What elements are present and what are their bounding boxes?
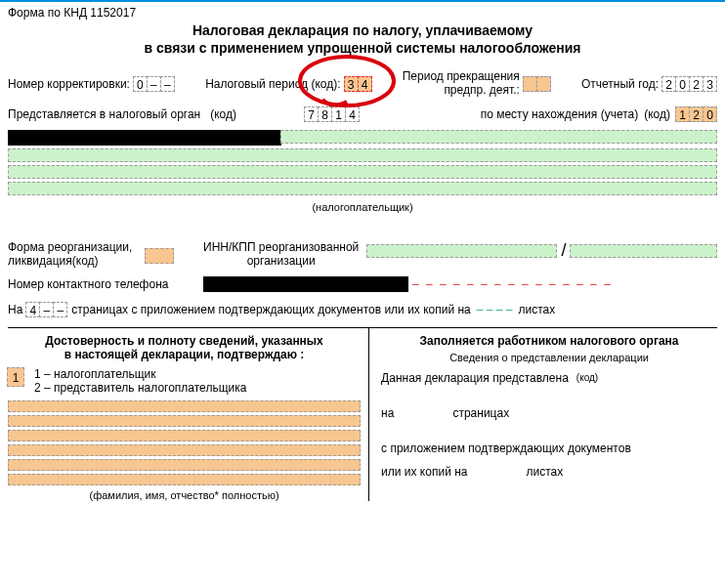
correction-cell-2[interactable]: – xyxy=(160,76,175,92)
place-label: по месту нахождения (учета) xyxy=(481,107,639,121)
submit-code-label: (код) xyxy=(210,107,236,121)
fio-line-3[interactable] xyxy=(8,430,361,441)
name-line-4[interactable] xyxy=(8,182,717,195)
row-pages: На 4 – – страницах с приложением подтвер… xyxy=(8,302,717,317)
submit-label: Представляется в налоговый орган xyxy=(8,107,200,121)
name-line-ext-1[interactable] xyxy=(280,130,717,144)
pages-mid: страницах с приложением подтверждающих д… xyxy=(71,303,470,316)
confirm-heading-1: Достоверность и полноту сведений, указан… xyxy=(8,334,361,348)
reorg-label-2: ликвидация(код) xyxy=(8,254,145,268)
bottom-section: Достоверность и полноту сведений, указан… xyxy=(8,327,717,501)
year-cells[interactable]: 2 0 2 3 xyxy=(662,76,717,92)
taxpayer-caption: (налогоплательщик) xyxy=(8,201,717,213)
fio-line-5[interactable] xyxy=(8,459,361,471)
pages-cell-1[interactable]: – xyxy=(39,302,54,317)
reorg-inn-field[interactable] xyxy=(366,244,557,258)
pages-dashes: – – – – xyxy=(477,303,513,316)
reorg-label-1: Форма реорганизации, xyxy=(8,240,145,254)
fio-line-6[interactable] xyxy=(8,474,361,485)
year-cell-3[interactable]: 3 xyxy=(703,76,717,92)
phone-label: Номер контактного телефона xyxy=(8,277,203,291)
fio-note: (фамилия, имя, отчество* полностью) xyxy=(8,489,361,501)
pages-cell-0[interactable]: 4 xyxy=(25,302,40,317)
reorg-inn-label-2: организации xyxy=(203,254,359,268)
termination-cell-1[interactable] xyxy=(536,76,551,92)
correction-cell-1[interactable]: – xyxy=(147,76,161,92)
column-inspector: Заполняется работником налогового органа… xyxy=(369,328,717,501)
pages-cell-2[interactable]: – xyxy=(53,302,67,317)
termination-label-2: предпр. деят.: xyxy=(403,84,520,97)
svg-point-0 xyxy=(300,57,394,105)
correction-cells[interactable]: 0 – – xyxy=(134,76,175,92)
place-cell-1[interactable]: 2 xyxy=(689,106,704,122)
presented-code-label: (код) xyxy=(576,372,598,383)
termination-cell-0[interactable] xyxy=(523,76,537,92)
redacted-name-1 xyxy=(8,130,281,146)
year-cell-1[interactable]: 0 xyxy=(675,76,690,92)
confirm-heading-2: в настоящей декларации, подтверждаю : xyxy=(8,348,361,361)
year-cell-2[interactable]: 2 xyxy=(689,76,704,92)
inspector-sub: Сведения о представлении декларации xyxy=(381,352,717,363)
opt-2: 2 – представитель налогоплательщика xyxy=(34,381,246,395)
phone-dash-fill: – – – – – – – – – – – – – – – xyxy=(412,277,613,291)
column-confirmer: Достоверность и полноту сведений, указан… xyxy=(8,328,369,501)
slash: / xyxy=(561,240,566,261)
tax-form-page: Форма по КНД 1152017 Налоговая деклараци… xyxy=(0,0,725,588)
title-line1: Налоговая декларация по налогу, уплачива… xyxy=(8,21,717,39)
row-reorg: Форма реорганизации, ликвидация(код) ИНН… xyxy=(8,240,717,269)
pages-cells[interactable]: 4 – – xyxy=(26,302,67,317)
termination-label-1: Период прекращения xyxy=(403,70,520,83)
form-code: Форма по КНД 1152017 xyxy=(8,6,717,20)
correction-label: Номер корректировки: xyxy=(8,77,130,91)
presented-label: Данная декларация представлена xyxy=(381,371,569,385)
name-line-3[interactable] xyxy=(8,165,717,179)
place-cells[interactable]: 1 2 0 xyxy=(676,106,717,122)
row-phone: Номер контактного телефона – – – – – – –… xyxy=(8,276,717,292)
fio-line-2[interactable] xyxy=(8,415,361,427)
pages-sheets: листах xyxy=(518,303,555,316)
fio-lines xyxy=(8,400,361,485)
fio-line-1[interactable] xyxy=(8,400,361,412)
reorg-inn-label-1: ИНН/КПП реорганизованной xyxy=(203,240,359,254)
pages-word: страницах xyxy=(452,406,509,420)
reorg-kpp-field[interactable] xyxy=(570,244,717,258)
document-title: Налоговая декларация по налогу, уплачива… xyxy=(8,21,717,57)
correction-cell-0[interactable]: 0 xyxy=(133,76,148,92)
opt-1: 1 – налогоплательщик xyxy=(34,367,246,381)
attach-label: с приложением подтверждающих документов xyxy=(381,441,631,455)
copies-label: или их копий на xyxy=(381,465,467,479)
annotation-circle xyxy=(293,53,401,109)
year-label: Отчетный год: xyxy=(581,77,659,91)
redacted-phone xyxy=(203,276,408,292)
signer-type-field[interactable]: 1 xyxy=(7,367,24,387)
year-cell-0[interactable]: 2 xyxy=(661,76,676,92)
place-code-label: (код) xyxy=(644,107,670,121)
inspector-heading: Заполняется работником налогового органа xyxy=(381,334,717,348)
termination-cells[interactable] xyxy=(524,76,551,92)
name-line-2[interactable] xyxy=(8,148,717,162)
pages-pre: На xyxy=(8,303,22,316)
reorg-code-field[interactable] xyxy=(145,248,174,264)
on-label: на xyxy=(381,406,394,420)
sheets-word: листах xyxy=(526,465,563,479)
taxpayer-name-block xyxy=(8,130,717,195)
fio-line-4[interactable] xyxy=(8,444,361,456)
place-cell-0[interactable]: 1 xyxy=(675,106,690,122)
place-cell-2[interactable]: 0 xyxy=(703,106,717,122)
